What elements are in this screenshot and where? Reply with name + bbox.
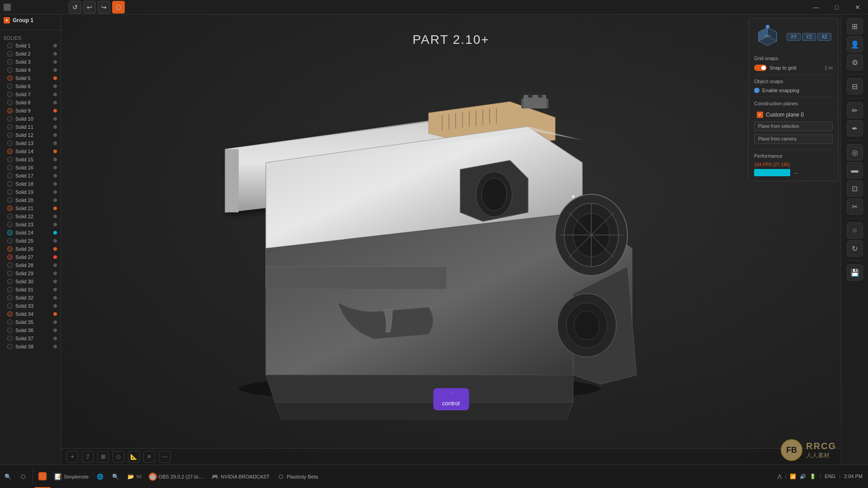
- sidebar-item-solid-27[interactable]: ○ Solid 27: [0, 253, 61, 261]
- measure-button[interactable]: 📐: [128, 451, 140, 463]
- settings-button[interactable]: ⚙: [847, 54, 863, 70]
- users-button[interactable]: 👤: [847, 36, 863, 52]
- plane-button[interactable]: ▬: [847, 162, 863, 178]
- watermark: FB RRCG 人人素材: [781, 439, 836, 461]
- sidebar-item-solid-1[interactable]: ○ Solid 1: [0, 42, 61, 50]
- solid-dot: [53, 239, 57, 243]
- taskbar-home-icon[interactable]: ⬡: [15, 465, 31, 488]
- sidebar-item-solid-26[interactable]: ○ Solid 26: [0, 245, 61, 253]
- sidebar-item-solid-34[interactable]: ○ Solid 34: [0, 310, 61, 318]
- pencil2-button[interactable]: ✒: [847, 120, 863, 136]
- shape-button[interactable]: ◇: [113, 451, 124, 463]
- taskbar-plasticity-beta[interactable]: ⬡ Plasticity Beta: [273, 465, 321, 488]
- sidebar-item-solid-31[interactable]: ○ Solid 31: [0, 286, 61, 294]
- taskbar-nvidia[interactable]: 🎮 NVIDIA BROADCAST: [208, 465, 274, 488]
- sidebar-item-solid-35[interactable]: ○ Solid 35: [0, 318, 61, 326]
- sidebar-item-solid-21[interactable]: ○ Solid 21: [0, 204, 61, 212]
- taskbar-left-icon[interactable]: 🔍: [0, 465, 15, 488]
- sidebar-item-solid-12[interactable]: ○ Solid 12: [0, 131, 61, 139]
- active-tool-button[interactable]: ⬡: [112, 1, 125, 14]
- sidebar-item-solid-17[interactable]: ○ Solid 17: [0, 172, 61, 180]
- sidebar-item-solid-19[interactable]: ○ Solid 19: [0, 188, 61, 196]
- hide-icon[interactable]: ⋀: [778, 474, 782, 479]
- sidebar-item-solid-38[interactable]: ○ Solid 38: [0, 343, 61, 351]
- more-button[interactable]: ⋯: [159, 451, 170, 463]
- rotate-button[interactable]: ↺: [69, 1, 81, 14]
- sidebar-item-solid-33[interactable]: ○ Solid 33: [0, 302, 61, 310]
- sidebar-item-solid-20[interactable]: ○ Solid 20: [0, 196, 61, 204]
- battery-icon: 🔋: [810, 474, 816, 479]
- pencil-button[interactable]: ✏: [847, 102, 863, 118]
- sidebar-item-solid-24[interactable]: ○ Solid 24: [0, 229, 61, 237]
- xy-axis-button[interactable]: XY: [787, 33, 801, 41]
- sidebar-item-solid-18[interactable]: ○ Solid 18: [0, 180, 61, 188]
- sidebar-item-solid-4[interactable]: ○ Solid 4: [0, 66, 61, 74]
- sidebar-item-solid-13[interactable]: ○ Solid 13: [0, 139, 61, 147]
- taskbar-obs[interactable]: ⬤ OBS 29.0.2 (27-bit... w...: [145, 465, 208, 488]
- taskbar-simplenote[interactable]: 📝 Simplenote: [50, 465, 92, 488]
- sidebar-item-solid-32[interactable]: ○ Solid 32: [0, 294, 61, 302]
- sidebar-item-solid-6[interactable]: ○ Solid 6: [0, 82, 61, 90]
- yz-axis-button[interactable]: YZ: [802, 33, 816, 41]
- sidebar-item-solid-22[interactable]: ○ Solid 22: [0, 212, 61, 221]
- grid-snaps-title: Grid snaps: [754, 56, 833, 61]
- sidebar-item-solid-14[interactable]: ○ Solid 14: [0, 147, 61, 155]
- target-button[interactable]: ◎: [847, 144, 863, 160]
- close-button[interactable]: ✕: [847, 0, 868, 14]
- control-tooltip: ˄ control: [433, 388, 469, 410]
- tray-separator3: |: [839, 474, 840, 479]
- list-button[interactable]: ≡: [143, 451, 155, 463]
- sidebar-item-solid-37[interactable]: ○ Solid 37: [0, 334, 61, 343]
- sidebar-item-solid-3[interactable]: ○ Solid 3: [0, 58, 61, 66]
- sidebar-item-solid-10[interactable]: ○ Solid 10: [0, 115, 61, 123]
- plane-from-selection-button[interactable]: Plane from selection: [754, 122, 833, 131]
- group-header[interactable]: ▼ Group 1: [0, 14, 61, 26]
- taskbar-plasticity-active[interactable]: ⬡: [35, 465, 50, 488]
- sidebar-item-solid-9[interactable]: ○ Solid 9: [0, 107, 61, 115]
- plane-from-camera-button[interactable]: Plane from camera: [754, 134, 833, 144]
- sidebar-item-solid-16[interactable]: ○ Solid 16: [0, 164, 61, 172]
- taskbar-search[interactable]: 🔍: [108, 465, 123, 488]
- maximize-button[interactable]: □: [826, 0, 847, 14]
- sidebar-item-solid-15[interactable]: ○ Solid 15: [0, 155, 61, 164]
- minimize-button[interactable]: —: [806, 0, 826, 14]
- sidebar-item-solid-23[interactable]: ○ Solid 23: [0, 221, 61, 229]
- snap-toggle[interactable]: [754, 65, 767, 71]
- sidebar-item-solid-36[interactable]: ○ Solid 36: [0, 326, 61, 334]
- solid-icon: ○: [7, 43, 13, 48]
- solid-icon: ○: [7, 157, 13, 162]
- redo-button[interactable]: ↪: [98, 1, 110, 14]
- circle-button[interactable]: ○: [847, 222, 863, 239]
- grid-view-button[interactable]: ⊞: [97, 451, 109, 463]
- cut-button[interactable]: ✂: [847, 198, 863, 215]
- xz-axis-button[interactable]: XZ: [817, 33, 831, 41]
- add-button[interactable]: +: [66, 451, 78, 463]
- solid-dot: [53, 280, 57, 283]
- path-button[interactable]: ⤴: [82, 451, 94, 463]
- nav-cube[interactable]: Front: [754, 23, 781, 50]
- sidebar-item-solid-25[interactable]: ○ Solid 25: [0, 237, 61, 245]
- scene-button[interactable]: ⊞: [847, 18, 863, 34]
- taskbar-folder[interactable]: 📂 txt: [123, 465, 145, 488]
- sidebar-item-solid-30[interactable]: ○ Solid 30: [0, 277, 61, 286]
- sidebar-item-solid-11[interactable]: ○ Solid 11: [0, 123, 61, 131]
- nav-cube-svg: Front: [754, 23, 781, 50]
- refresh-button[interactable]: ↻: [847, 240, 863, 257]
- sidebar-item-solid-8[interactable]: ○ Solid 8: [0, 99, 61, 107]
- sidebar-item-solid-28[interactable]: ○ Solid 28: [0, 261, 61, 269]
- sidebar-item-solid-7[interactable]: ○ Solid 7: [0, 90, 61, 99]
- axis-buttons: XY YZ XZ: [787, 33, 831, 41]
- viewport[interactable]: PART 2.10+: [61, 14, 841, 465]
- layout-button[interactable]: ⊟: [847, 78, 863, 94]
- save-button[interactable]: 💾: [847, 264, 863, 281]
- taskbar-browser[interactable]: 🌐: [92, 465, 108, 488]
- sidebar-item-solid-2[interactable]: ○ Solid 2: [0, 50, 61, 58]
- svg-rect-16: [528, 94, 533, 98]
- sidebar-item-solid-29[interactable]: ○ Solid 29: [0, 269, 61, 277]
- solid-label: Solid 6: [15, 84, 31, 89]
- undo-button[interactable]: ↩: [83, 1, 96, 14]
- solid-icon: ○: [7, 141, 13, 146]
- grid-button[interactable]: ⊡: [847, 180, 863, 197]
- custom-plane-row[interactable]: P Custom plane 0: [754, 110, 833, 120]
- sidebar-item-solid-5[interactable]: ○ Solid 5: [0, 74, 61, 82]
